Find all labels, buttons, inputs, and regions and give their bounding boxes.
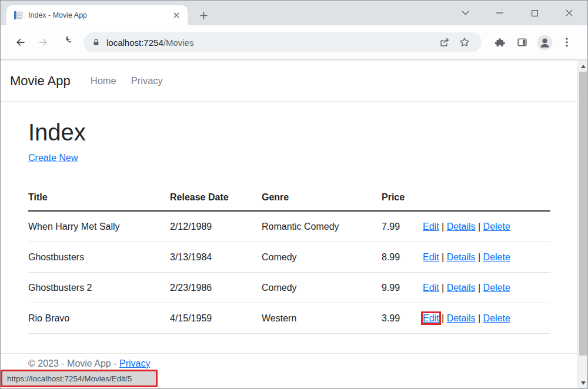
delete-link[interactable]: Delete	[483, 313, 510, 323]
toolbar-right-icons	[489, 31, 578, 53]
table-row: Rio Bravo 4/15/1959 Western 3.99 Edit | …	[28, 303, 550, 334]
edit-link[interactable]: Edit	[423, 222, 439, 232]
title-cell: Ghostbusters	[28, 242, 170, 273]
actions-cell: Edit | Details | Delete	[423, 211, 550, 242]
genre-cell: Romantic Comedy	[262, 211, 382, 242]
status-url-text: https://localhost:7254/Movies/Edit/5	[7, 374, 132, 383]
profile-avatar-icon[interactable]	[533, 31, 556, 53]
delete-link[interactable]: Delete	[483, 283, 510, 293]
window-caption-buttons	[452, 1, 583, 25]
release-date-cell: 3/13/1984	[170, 242, 262, 273]
delete-link[interactable]: Delete	[483, 252, 510, 262]
nav-link-home[interactable]: Home	[91, 75, 116, 86]
action-separator: |	[476, 313, 483, 323]
minimize-button[interactable]	[486, 4, 513, 22]
address-bar[interactable]: localhost:7254/Movies	[83, 32, 482, 52]
web-page: Movie App Home Privacy Index Create New …	[1, 61, 577, 388]
scroll-up-arrow-icon[interactable]	[578, 61, 588, 71]
url-host: localhost:7254	[106, 38, 163, 48]
scrollbar-thumb[interactable]	[579, 72, 587, 356]
footer-text: © 2023 - Movie App -	[28, 358, 119, 368]
delete-link[interactable]: Delete	[483, 222, 510, 232]
actions-cell: Edit | Details | Delete	[423, 242, 550, 273]
url-path: /Movies	[163, 38, 194, 48]
actions-cell: Edit | Details | Delete	[423, 303, 550, 334]
action-separator: |	[439, 252, 447, 262]
new-tab-button[interactable]	[197, 9, 210, 22]
column-header: Price	[382, 186, 423, 211]
scroll-down-arrow-icon[interactable]	[578, 378, 588, 388]
action-separator: |	[439, 222, 447, 232]
column-header: Release Date	[170, 186, 262, 211]
movies-table-body: When Harry Met Sally 2/12/1989 Romantic …	[28, 211, 550, 334]
status-bubble-annotation: https://localhost:7254/Movies/Edit/5	[1, 370, 158, 387]
share-icon[interactable]	[435, 32, 455, 52]
reload-button[interactable]	[54, 31, 76, 53]
edit-link[interactable]: Edit	[423, 313, 439, 323]
release-date-cell: 4/15/1959	[170, 303, 262, 334]
edit-link[interactable]: Edit	[423, 283, 439, 293]
action-separator: |	[476, 222, 483, 232]
column-header: Title	[28, 186, 170, 211]
tab-title: Index - Movie App	[28, 11, 171, 19]
extensions-puzzle-icon[interactable]	[489, 31, 511, 53]
close-window-button[interactable]	[556, 4, 583, 22]
table-row: Ghostbusters 2 2/23/1986 Comedy 9.99 Edi…	[28, 273, 550, 303]
lock-icon[interactable]	[92, 38, 101, 47]
site-navbar: Movie App Home Privacy	[1, 61, 577, 102]
column-header: Genre	[262, 186, 382, 211]
genre-cell: Western	[262, 303, 382, 334]
tab-strip: Index - Movie App	[1, 1, 587, 25]
details-link[interactable]: Details	[447, 252, 476, 262]
page-viewport: Movie App Home Privacy Index Create New …	[1, 61, 587, 388]
table-row: When Harry Met Sally 2/12/1989 Romantic …	[28, 211, 550, 242]
forward-button[interactable]	[32, 31, 54, 53]
edit-link[interactable]: Edit	[423, 252, 439, 262]
main-content: Index Create New TitleRelease DateGenreP…	[28, 118, 550, 334]
url-text: localhost:7254/Movies	[106, 38, 193, 48]
tab-close-icon[interactable]	[171, 10, 182, 21]
table-row: Ghostbusters 3/13/1984 Comedy 8.99 Edit …	[28, 242, 550, 273]
maximize-button[interactable]	[521, 4, 548, 22]
release-date-cell: 2/23/1986	[170, 273, 262, 303]
movies-table-header-row: TitleRelease DateGenrePrice	[28, 186, 550, 211]
brand-link[interactable]: Movie App	[10, 73, 71, 89]
browser-menu-kebab-icon[interactable]	[556, 31, 578, 53]
title-cell: Rio Bravo	[28, 303, 170, 334]
page-title: Index	[28, 118, 550, 146]
action-separator: |	[439, 313, 447, 323]
details-link[interactable]: Details	[447, 283, 476, 293]
footer-privacy-link[interactable]: Privacy	[119, 358, 150, 368]
details-link[interactable]: Details	[447, 222, 476, 232]
column-header	[423, 186, 550, 211]
actions-cell: Edit | Details | Delete	[423, 273, 550, 303]
page-favicon-icon	[14, 11, 23, 20]
action-separator: |	[439, 283, 447, 293]
movies-table: TitleRelease DateGenrePrice When Harry M…	[28, 186, 550, 334]
title-cell: Ghostbusters 2	[28, 273, 170, 303]
nav-link-privacy[interactable]: Privacy	[131, 75, 163, 86]
vertical-scrollbar[interactable]	[577, 61, 587, 388]
side-panel-icon[interactable]	[511, 31, 533, 53]
bookmark-star-icon[interactable]	[455, 32, 475, 52]
price-cell: 8.99	[382, 242, 423, 273]
genre-cell: Comedy	[262, 242, 382, 273]
browser-window: Index - Movie App	[0, 0, 588, 389]
browser-toolbar: localhost:7254/Movies	[1, 25, 587, 60]
back-button[interactable]	[9, 31, 32, 53]
browser-tab[interactable]: Index - Movie App	[6, 5, 188, 25]
create-new-link[interactable]: Create New	[28, 151, 78, 165]
price-cell: 3.99	[382, 303, 423, 334]
tab-search-chevron-icon[interactable]	[452, 4, 479, 22]
price-cell: 9.99	[382, 273, 423, 303]
genre-cell: Comedy	[262, 273, 382, 303]
price-cell: 7.99	[382, 211, 423, 242]
action-separator: |	[476, 252, 483, 262]
action-separator: |	[476, 283, 483, 293]
release-date-cell: 2/12/1989	[170, 211, 262, 242]
title-cell: When Harry Met Sally	[28, 211, 170, 242]
details-link[interactable]: Details	[447, 313, 476, 323]
